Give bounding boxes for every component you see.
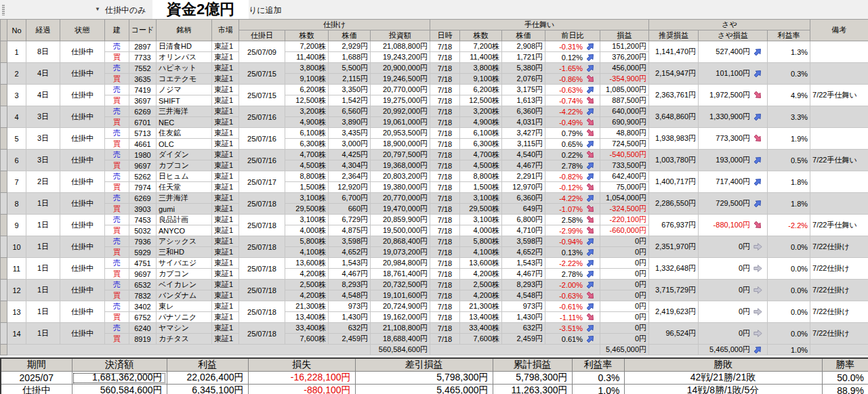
row-gutter[interactable]: [1, 258, 7, 280]
cell-profit-rate: 0.0%: [768, 258, 810, 280]
summary-settled-amount[interactable]: 1,681,362,000円: [72, 372, 167, 385]
up-arrow-icon: [583, 248, 598, 257]
cell-recommended-pl: 2,154,947円: [649, 63, 699, 85]
cell-exit-date: 7/18: [430, 41, 460, 52]
cell-recommended-pl: 96,524円: [649, 323, 699, 345]
row-gutter[interactable]: [1, 106, 7, 128]
cell-entry-shares: 4,500株: [285, 160, 329, 171]
cell-market: 東証1: [212, 312, 239, 323]
row-gutter[interactable]: [1, 215, 7, 236]
cell-profit-rate: 1.8%: [768, 171, 810, 193]
cell-exit-shares: 7,200株: [460, 41, 502, 52]
row-gutter[interactable]: [1, 85, 7, 106]
filter-active-only[interactable]: 仕掛中のみ: [105, 5, 146, 16]
cell-no: 6: [7, 150, 26, 171]
cell-day-change-value: 2.58%: [547, 216, 583, 224]
cell-market: 東証1: [212, 334, 239, 345]
row-gutter[interactable]: [1, 193, 7, 215]
cell-exit-price: 2,908円: [502, 41, 545, 52]
cell-exit-price: 12,970円: [502, 182, 545, 193]
row-gutter[interactable]: [1, 236, 7, 258]
row-gutter[interactable]: [1, 150, 7, 171]
pair-row[interactable]: 53日仕掛中売5713住友鉱東証125/07/166,100株3,435円20,…: [1, 128, 868, 139]
row-gutter[interactable]: [1, 280, 7, 301]
col-header-exit-date: 日時: [430, 30, 460, 41]
cell-code: 4661: [129, 139, 157, 150]
cell-day-change-value: -1.11%: [547, 313, 583, 322]
row-gutter[interactable]: [1, 301, 7, 323]
cell-code: 8919: [129, 334, 157, 345]
cell-exit-shares: 6,100株: [460, 128, 502, 139]
pair-row[interactable]: 34日仕掛中売7419ノジマ東証125/07/156,200株3,350円20,…: [1, 85, 868, 95]
cell-entry-shares: 11,400株: [285, 52, 329, 63]
row-gutter[interactable]: [1, 41, 7, 63]
pair-row[interactable]: 131日仕掛中売3402東レ東証125/07/1821,300株973円20,7…: [1, 301, 868, 312]
pair-row[interactable]: 121日仕掛中売6532ベイカレン東証125/07/182,500株8,293円…: [1, 280, 868, 290]
row-gutter[interactable]: [1, 63, 7, 85]
cell-saya-pl-value: 1,972,500円: [701, 90, 750, 100]
cell-side: 買: [105, 312, 129, 323]
cell-exit-shares: 3,100株: [460, 215, 502, 225]
up-arrow-icon: [583, 172, 598, 181]
preset-dropdown[interactable]: ▼: [9, 2, 102, 16]
cell-stock-name: コエテクモ: [157, 74, 212, 85]
cell-side: 売: [105, 106, 129, 117]
up-arrow-icon: [583, 53, 598, 62]
cell-code: 6269: [129, 193, 157, 204]
cell-stock-name: バンダナム: [157, 290, 212, 301]
cell-day-change-value: -0.94%: [547, 238, 583, 246]
cell-status: 仕掛中: [60, 128, 105, 150]
cell-saya-pl: 101,100円: [699, 63, 768, 85]
pair-row[interactable]: 18日仕掛中売2897日清食HD東証125/07/097,200株2,929円2…: [1, 41, 868, 52]
pair-row[interactable]: 101日仕掛中売7936アシックス東証125/07/185,800株3,598円…: [1, 236, 868, 247]
row-gutter[interactable]: [1, 323, 7, 345]
cell-exit-shares: 6,200株: [460, 85, 502, 95]
cell-investment: 19,470,000円: [371, 204, 430, 215]
cell-exit-date: 7/18: [430, 280, 460, 290]
col-header-no: No: [7, 20, 26, 41]
row-gutter[interactable]: [1, 171, 7, 193]
add-to-list-button[interactable]: りに追加: [249, 5, 282, 16]
cell-stock-name: ANYCO: [157, 225, 212, 236]
cell-exit-date: 7/18: [430, 128, 460, 139]
row-gutter[interactable]: [1, 128, 7, 150]
pair-row[interactable]: 72日仕掛中売5262日ヒュム東証125/07/178,800株2,364円20…: [1, 171, 868, 182]
cell-investment: 20,953,500円: [371, 128, 430, 139]
cell-entry-price: 6,700円: [329, 193, 371, 204]
cell-exit-shares: 4,000株: [460, 225, 502, 236]
cell-investment: 20,868,400円: [371, 236, 430, 247]
cell-exit-price: 2,076円: [502, 74, 545, 85]
pair-row[interactable]: 63日仕掛中売1980ダイダン東証125/07/164,700株4,425円20…: [1, 150, 868, 160]
cell-entry-price: 4,548円: [329, 290, 371, 301]
cell-entry-shares: 9,100株: [285, 74, 329, 85]
cell-exit-date: 7/18: [430, 258, 460, 269]
cell-entry-date: 25/07/16: [239, 128, 285, 150]
cell-day-change: -0.12%: [545, 182, 600, 193]
cell-exit-shares: 4,100株: [460, 247, 502, 258]
toolbar-grip-handle[interactable]: [2, 4, 5, 16]
pair-row[interactable]: 81日仕掛中売6269三井海洋東証125/07/183,100株6,700円20…: [1, 193, 868, 204]
flat-arrow-icon: [750, 264, 765, 273]
cell-note: [810, 41, 868, 63]
cell-saya-pl-value: 101,100円: [701, 68, 750, 79]
cell-code: 5929: [129, 247, 157, 258]
pair-row[interactable]: 43日仕掛中売6269三井海洋東証125/07/163,200株6,560円20…: [1, 106, 868, 117]
cell-market: 東証1: [212, 204, 239, 215]
cell-elapsed: 1日: [26, 301, 60, 323]
cell-day-change: -1.11%: [545, 312, 600, 323]
cell-exit-date: 7/18: [430, 236, 460, 247]
pair-row[interactable]: 24日仕掛中売7552ハピネット東証125/07/153,800株5,500円2…: [1, 63, 868, 74]
down-arrow-icon: [583, 291, 598, 301]
down-arrow-icon: [583, 215, 598, 225]
cell-exit-shares: 33,400株: [460, 323, 502, 334]
pair-row[interactable]: 141日仕掛中売6240ヤマシン東証125/07/1833,400株632円21…: [1, 323, 868, 334]
cell-stock-name: カプコン: [157, 160, 212, 171]
col-header-entry-price: 株価: [329, 30, 371, 41]
cell-leg-pl: 48,800円: [600, 128, 649, 139]
cell-status: 仕掛中: [60, 236, 105, 258]
pair-row[interactable]: 111日仕掛中売4751サイバエジ東証125/07/1813,600株1,543…: [1, 258, 868, 269]
pair-row[interactable]: 91日仕掛中売7453良品計画東証125/07/183,100株6,729円20…: [1, 215, 868, 225]
cell-status: 仕掛中: [60, 171, 105, 193]
cell-code: 1980: [129, 150, 157, 160]
cell-day-change: 0.65%: [545, 139, 600, 150]
